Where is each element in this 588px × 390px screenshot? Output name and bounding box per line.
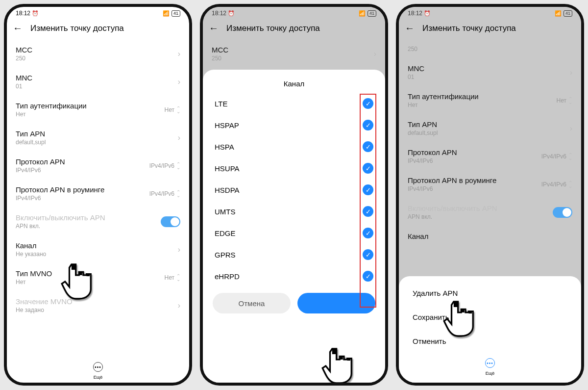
menu-delete[interactable]: Удалить APN xyxy=(399,281,581,305)
more-icon: ••• xyxy=(93,362,103,372)
signal-icon: 📶 xyxy=(163,10,170,17)
page-title: Изменить точку доступа xyxy=(30,24,124,33)
row-proto[interactable]: Протокол APNIPv4/IPv6IPv4/IPv6⌃⌄ xyxy=(16,152,180,180)
phone-3: 18:12 ⏰📶41 ←Изменить точку доступа 250 M… xyxy=(396,4,584,386)
back-icon[interactable]: ← xyxy=(13,23,23,34)
menu-cancel[interactable]: Отменить xyxy=(399,329,581,353)
row-mvno[interactable]: Тип MVNOНетНет⌃⌄ xyxy=(16,263,180,291)
toggle-apn[interactable] xyxy=(553,207,572,218)
row-apntype[interactable]: Тип APNdefault,supl› xyxy=(16,124,180,152)
more-button[interactable]: •••Ещё xyxy=(399,355,581,379)
row-proto[interactable]: Протокол APNIPv4/IPv6IPv4/IPv6⌃⌄ xyxy=(408,142,572,170)
row-roam[interactable]: Протокол APN в роумингеIPv4/IPv6IPv4/IPv… xyxy=(408,170,572,198)
option-ehrpd[interactable]: eHRPD✓ xyxy=(203,265,385,287)
back-icon[interactable]: ← xyxy=(209,23,219,34)
option-hsupa[interactable]: HSUPA✓ xyxy=(203,157,385,179)
sheet-title: Канал xyxy=(203,77,385,93)
row-roam[interactable]: Протокол APN в роумингеIPv4/IPv6IPv4/IPv… xyxy=(16,180,180,208)
updown-icon: ⌃⌄ xyxy=(176,106,180,113)
option-edge[interactable]: EDGE✓ xyxy=(203,222,385,244)
highlight-box xyxy=(360,94,376,308)
channel-sheet: Канал LTE✓ HSPAP✓ HSPA✓ HSUPA✓ HSDPA✓ UM… xyxy=(203,70,385,383)
more-menu-sheet: Удалить APN Сохранить Отменить •••Ещё xyxy=(399,276,581,383)
row-channel[interactable]: Канал xyxy=(408,226,572,246)
phone-2: 18:12 ⏰📶41 ←Изменить точку доступа MCC25… xyxy=(200,4,388,386)
chevron-right-icon: › xyxy=(178,50,180,58)
option-hspa[interactable]: HSPA✓ xyxy=(203,136,385,157)
status-bar: 18:12 ⏰ 📶41 xyxy=(7,7,189,20)
battery-icon: 41 xyxy=(172,10,180,17)
row-mcc[interactable]: MCC250› xyxy=(16,40,180,68)
more-icon: ••• xyxy=(485,358,495,368)
row-auth[interactable]: Тип аутентификацииНетНет⌃⌄ xyxy=(408,86,572,114)
option-hsdpa[interactable]: HSDPA✓ xyxy=(203,179,385,201)
row-mvnoval[interactable]: Значение MVNOНе задано› xyxy=(16,291,180,319)
row-auth[interactable]: Тип аутентификацииНетНет⌃⌄ xyxy=(16,96,180,124)
option-hspap[interactable]: HSPAP✓ xyxy=(203,114,385,136)
phone-1: 18:12 ⏰ 📶41 ← Изменить точку доступа MCC… xyxy=(4,4,192,386)
cancel-button[interactable]: Отмена xyxy=(213,293,291,313)
option-lte[interactable]: LTE✓ xyxy=(203,93,385,114)
row-mnc[interactable]: MNC01› xyxy=(16,68,180,96)
option-umts[interactable]: UMTS✓ xyxy=(203,201,385,222)
header: ← Изменить точку доступа xyxy=(7,20,189,40)
row-apntype[interactable]: Тип APNdefault,supl› xyxy=(408,114,572,142)
row-channel[interactable]: КаналНе указано› xyxy=(16,235,180,263)
more-button[interactable]: •••Ещё xyxy=(7,359,189,383)
row-mnc[interactable]: MNC01› xyxy=(408,58,572,86)
row-enable[interactable]: Включить/выключить APNAPN вкл. xyxy=(16,208,180,235)
menu-save[interactable]: Сохранить xyxy=(399,305,581,329)
toggle-apn[interactable] xyxy=(161,216,180,227)
back-icon[interactable]: ← xyxy=(405,23,415,34)
option-gprs[interactable]: GPRS✓ xyxy=(203,244,385,265)
row-enable[interactable]: Включить/выключить APNAPN вкл. xyxy=(408,198,572,226)
alarm-icon: ⏰ xyxy=(32,10,39,16)
